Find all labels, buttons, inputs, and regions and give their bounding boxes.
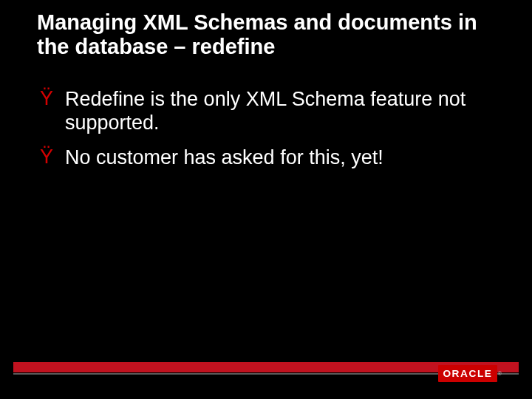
slide: Managing XML Schemas and documents in th… [0,0,532,399]
bullet-text: Redefine is the only XML Schema feature … [65,87,488,135]
oracle-logo: ORACLE ® [426,364,514,383]
oracle-logo-box: ORACLE [438,365,497,382]
bullet-item: Ÿ Redefine is the only XML Schema featur… [40,87,488,135]
bullet-item: Ÿ No customer has asked for this, yet! [40,146,488,169]
trademark-icon: ® [498,371,502,376]
slide-body: Ÿ Redefine is the only XML Schema featur… [40,87,488,180]
bullet-marker-icon: Ÿ [40,87,65,111]
bullet-text: No customer has asked for this, yet! [65,146,488,169]
slide-title: Managing XML Schemas and documents in th… [37,10,495,60]
oracle-logo-text: ORACLE [443,368,492,379]
bullet-marker-icon: Ÿ [40,146,65,169]
